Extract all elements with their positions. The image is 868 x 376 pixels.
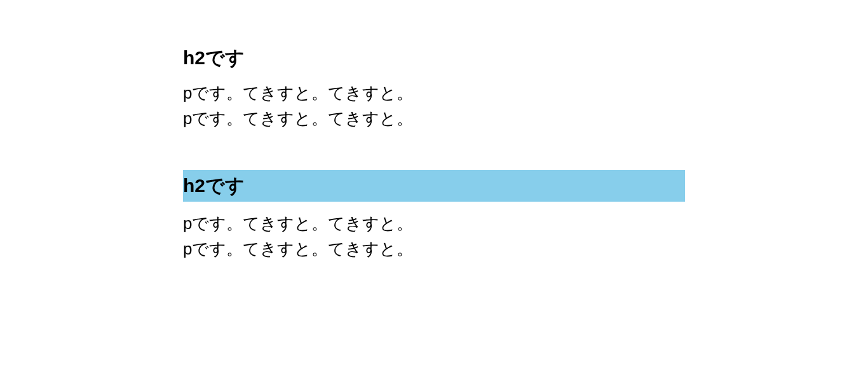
paragraph: pです。てきすと。てきすと。 — [183, 236, 685, 261]
paragraph: pです。てきすと。てきすと。 — [183, 106, 685, 131]
heading-2-highlighted: h2です — [183, 170, 685, 202]
section-2: h2です pです。てきすと。てきすと。 pです。てきすと。てきすと。 — [183, 170, 685, 262]
page: h2です pです。てきすと。てきすと。 pです。てきすと。てきすと。 h2です … — [0, 0, 868, 376]
paragraph: pです。てきすと。てきすと。 — [183, 211, 685, 236]
content-area: h2です pです。てきすと。てきすと。 pです。てきすと。てきすと。 h2です … — [183, 45, 685, 300]
paragraph: pです。てきすと。てきすと。 — [183, 80, 685, 106]
section-1: h2です pです。てきすと。てきすと。 pです。てきすと。てきすと。 — [183, 45, 685, 132]
heading-1: h2です — [183, 45, 685, 71]
